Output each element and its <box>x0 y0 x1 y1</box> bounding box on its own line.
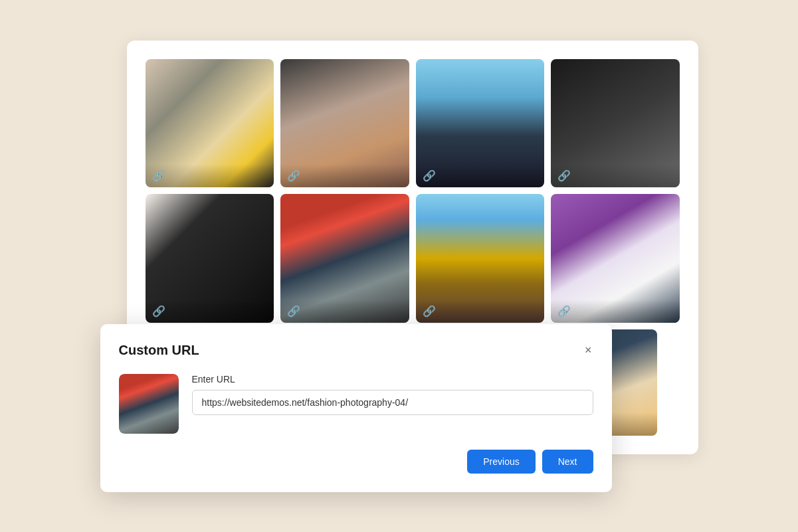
modal-footer: Previous Next <box>119 450 593 474</box>
url-input[interactable] <box>192 390 593 415</box>
modal-header: Custom URL × <box>119 343 593 358</box>
gallery-item-1-overlay: 🔗 <box>146 164 274 187</box>
gallery-item-7[interactable]: 🔗 <box>416 194 545 323</box>
gallery-item-8[interactable]: 🔗 <box>551 194 680 323</box>
gallery-item-2-overlay: 🔗 <box>280 164 409 187</box>
gallery-item-6[interactable]: 🔗 <box>280 194 409 323</box>
gallery-item-5[interactable]: 🔗 <box>146 194 274 323</box>
gallery-item-4[interactable]: 🔗 <box>551 59 680 188</box>
modal-close-button[interactable]: × <box>583 343 593 357</box>
link-icon-4: 🔗 <box>557 170 571 181</box>
url-label: Enter URL <box>192 374 593 385</box>
previous-button[interactable]: Previous <box>467 450 535 474</box>
gallery-item-7-overlay: 🔗 <box>416 300 545 323</box>
link-icon-3: 🔗 <box>423 170 436 181</box>
next-button[interactable]: Next <box>542 450 593 474</box>
link-icon-1: 🔗 <box>152 170 165 181</box>
gallery-item-4-overlay: 🔗 <box>551 164 680 187</box>
gallery-grid: 🔗 🔗 🔗 🔗 🔗 <box>146 59 680 323</box>
modal-thumbnail-image <box>119 374 179 434</box>
gallery-item-2[interactable]: 🔗 <box>280 59 409 188</box>
link-icon-5: 🔗 <box>152 306 165 317</box>
gallery-item-5-overlay: 🔗 <box>146 300 274 323</box>
gallery-item-1[interactable]: 🔗 <box>146 59 274 188</box>
modal-body: Enter URL <box>119 374 593 434</box>
link-icon-8: 🔗 <box>557 306 571 317</box>
link-icon-7: 🔗 <box>423 306 436 317</box>
custom-url-modal: Custom URL × Enter URL Previous Next <box>100 324 612 492</box>
modal-thumbnail <box>119 374 179 434</box>
link-icon-6: 🔗 <box>287 306 300 317</box>
modal-title: Custom URL <box>119 343 199 358</box>
gallery-item-3[interactable]: 🔗 <box>416 59 545 188</box>
gallery-item-6-overlay: 🔗 <box>280 300 409 323</box>
modal-form: Enter URL <box>192 374 593 415</box>
gallery-item-8-overlay: 🔗 <box>551 300 680 323</box>
main-container: 🔗 🔗 🔗 🔗 🔗 <box>100 41 698 492</box>
link-icon-2: 🔗 <box>287 170 300 181</box>
gallery-item-3-overlay: 🔗 <box>416 164 545 187</box>
